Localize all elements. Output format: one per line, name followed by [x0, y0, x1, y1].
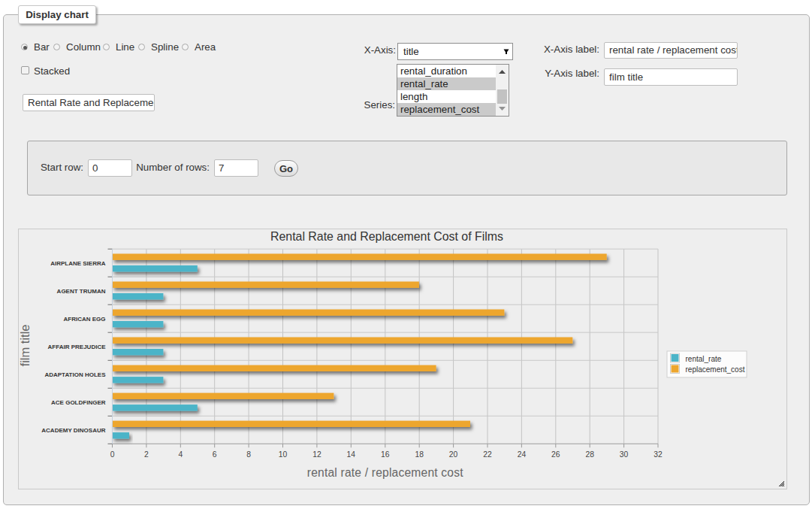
- svg-text:ADAPTATION HOLES: ADAPTATION HOLES: [44, 371, 106, 378]
- svg-text:28: 28: [585, 450, 594, 459]
- svg-text:14: 14: [347, 450, 356, 459]
- svg-text:Rental Rate and Replacement Co: Rental Rate and Replacement Cost of Film…: [270, 230, 503, 243]
- svg-text:8: 8: [246, 450, 251, 459]
- svg-text:6: 6: [213, 450, 217, 459]
- svg-text:24: 24: [518, 450, 527, 459]
- svg-text:20: 20: [449, 450, 458, 459]
- svg-text:rental rate / replacement cost: rental rate / replacement cost: [307, 466, 463, 479]
- svg-text:ACADEMY DINOSAUR: ACADEMY DINOSAUR: [41, 427, 105, 434]
- svg-text:AGENT TRUMAN: AGENT TRUMAN: [57, 288, 106, 295]
- svg-text:AFFAIR PREJUDICE: AFFAIR PREJUDICE: [48, 344, 107, 350]
- svg-text:AFRICAN EGG: AFRICAN EGG: [64, 316, 106, 323]
- svg-text:30: 30: [620, 450, 629, 459]
- svg-text:2: 2: [144, 450, 149, 459]
- svg-text:film title: film title: [19, 325, 32, 367]
- svg-text:10: 10: [279, 450, 288, 459]
- svg-text:4: 4: [178, 450, 183, 459]
- svg-text:0: 0: [110, 450, 115, 459]
- svg-text:rental_rate: rental_rate: [686, 355, 722, 363]
- svg-text:32: 32: [654, 450, 663, 459]
- svg-text:AIRPLANE SIERRA: AIRPLANE SIERRA: [50, 260, 106, 267]
- svg-text:ACE GOLDFINGER: ACE GOLDFINGER: [51, 399, 106, 406]
- svg-text:replacement_cost: replacement_cost: [686, 365, 745, 374]
- svg-text:22: 22: [483, 450, 492, 459]
- svg-text:18: 18: [415, 450, 424, 459]
- svg-text:12: 12: [312, 450, 321, 459]
- svg-text:16: 16: [381, 450, 390, 459]
- svg-text:26: 26: [551, 450, 560, 459]
